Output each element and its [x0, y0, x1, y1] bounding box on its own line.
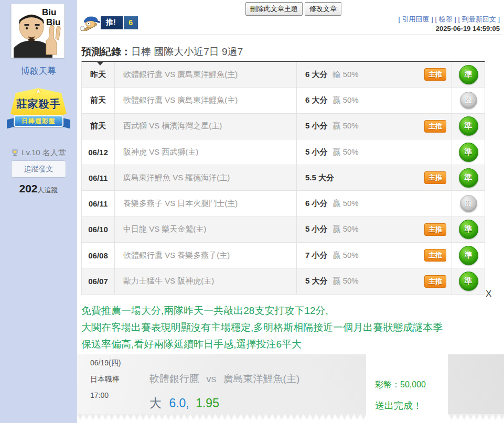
- bet-pick: 6 大分: [305, 70, 328, 80]
- row-date: 昨天: [82, 62, 115, 87]
- followers-count: 202: [19, 182, 37, 194]
- rank-badge: ★ 莊家殺手 日棒運彩盤: [9, 83, 68, 142]
- row-status: 準: [452, 62, 485, 87]
- row-bet: 6 大分 輸 50% 主推: [297, 62, 452, 87]
- trophy-icon: [11, 149, 19, 157]
- advice-text: 免費推薦一場大分,兩隊昨天一共敲出28支安打攻下12分, 大関在客場出賽表現明顯…: [81, 302, 501, 353]
- row-match: 西武獅 VS 橫濱海灣之星(主): [115, 114, 297, 139]
- ticket-bet: 大 6.0, 1.95: [149, 395, 219, 411]
- bet-pick: 6 小分: [305, 199, 328, 209]
- row-match: 養樂多燕子 VS 日本火腿鬥士(主): [115, 191, 297, 216]
- bet-pick: 5 大分: [305, 276, 328, 286]
- status-badge: 準: [459, 65, 478, 84]
- close-button[interactable]: X: [486, 289, 491, 299]
- badge-banner: 日棒運彩盤: [14, 115, 63, 127]
- table-row: 06/10 中日龍 VS 樂天金鷲(主) 5 小分 贏 50% 主推 準: [82, 217, 485, 243]
- row-bet: 5 小分 贏 50% 主推: [297, 114, 452, 139]
- coins-label: 彩幣：50,000: [375, 379, 426, 391]
- ticket-date: 06/19(四): [90, 359, 121, 368]
- record-title-text: 日棒 國際大小近7日 9過7: [131, 46, 243, 57]
- record-title: 預測紀錄：日棒 國際大小近7日 9過7: [81, 45, 243, 59]
- svg-text:Biu: Biu: [42, 7, 56, 17]
- row-status: 準: [452, 114, 485, 139]
- username: 博啟天尊: [0, 65, 77, 77]
- bet-result: 輸 50%: [333, 70, 359, 80]
- main-push-badge: 主推: [424, 249, 446, 262]
- quote-reply-link[interactable]: [ 引用回覆 ]: [398, 15, 433, 23]
- topbar-buttons: 刪除此文章主題 修改文章: [245, 2, 341, 16]
- bet-pick: 5 小分: [305, 147, 328, 157]
- row-date: 06/12: [82, 139, 115, 165]
- page: Biu Biu 博啟天尊 ★ 莊家殺手: [0, 0, 504, 423]
- table-row: 06/12 阪神虎 VS 西武獅(主) 5 小分 贏 50% 準: [82, 139, 485, 165]
- bet-result: 贏 50%: [333, 147, 359, 157]
- main-push-badge: 主推: [424, 120, 446, 133]
- followers-label: 人追蹤: [38, 186, 58, 194]
- bet-ticket: 06/19(四) 日本職棒 17:00 軟體銀行鷹 vs 廣島東洋鯉魚(主) 大…: [77, 354, 504, 414]
- bet-result: 贏 50%: [333, 276, 359, 286]
- bet-odds: 1.95: [196, 396, 219, 410]
- table-row: 昨天 軟體銀行鷹 VS 廣島東洋鯉魚(主) 6 大分 輸 50% 主推 準: [82, 62, 485, 88]
- main-push-badge: 主推: [424, 171, 446, 184]
- ticket-time: 17:00: [90, 391, 109, 399]
- table-row: 06/08 軟體銀行鷹 VS 養樂多燕子(主) 7 小分 贏 50% 主推 準: [82, 243, 485, 268]
- avatar-image: Biu Biu: [12, 4, 64, 58]
- prediction-table: 昨天 軟體銀行鷹 VS 廣島東洋鯉魚(主) 6 大分 輸 50% 主推 準 前天…: [81, 61, 485, 295]
- row-match: 歐力士猛牛 VS 阪神虎(主): [115, 268, 297, 294]
- main-push-badge: 主推: [424, 275, 446, 288]
- row-status: 囧: [452, 191, 485, 216]
- bet-result: 贏 50%: [333, 251, 359, 261]
- push-badge[interactable]: 推! 6: [79, 15, 138, 30]
- row-bet: 5 小分 贏 50%: [297, 139, 452, 165]
- bet-result: 贏 50%: [333, 121, 359, 131]
- report-link[interactable]: [ 檢舉 ]: [435, 15, 456, 23]
- table-row: 前天 軟體銀行鷹 VS 廣島東洋鯉魚(主) 6 大分 贏 50% 囧: [82, 88, 485, 113]
- row-bet: 5.5 大分 主推: [297, 165, 452, 190]
- bet-pick: 7 小分: [305, 251, 328, 261]
- row-status: 準: [452, 268, 485, 294]
- status-badge: 囧: [460, 195, 477, 212]
- row-date: 前天: [82, 114, 115, 139]
- row-bet: 6 大分 贏 50%: [297, 88, 452, 113]
- ticket-match: 軟體銀行鷹 vs 廣島東洋鯉魚(主): [149, 372, 299, 386]
- row-match: 阪神虎 VS 西武獅(主): [115, 139, 297, 165]
- status-badge: 準: [459, 168, 478, 188]
- status-badge: 準: [459, 272, 478, 291]
- star-icon: ★: [9, 88, 68, 95]
- advice-line: 大関在客場出賽表現明顯沒有主場穩定,多明格斯相隔接近一個月出賽狀態成謎本季: [81, 319, 501, 336]
- avatar: Biu Biu: [11, 4, 65, 58]
- bet-result: 贏 50%: [333, 224, 359, 234]
- post-timestamp: 2025-06-19 14:59:05: [436, 25, 500, 32]
- main-push-badge: 主推: [424, 68, 446, 81]
- row-date: 06/11: [82, 191, 115, 216]
- latest-reply-link[interactable]: [ 到最新回文 ]: [458, 15, 500, 23]
- topbar-links: [ 引用回覆 ] [ 檢舉 ] [ 到最新回文 ]: [398, 15, 500, 24]
- bet-pick: 5.5 大分: [305, 173, 334, 183]
- ticket-result-panel: 彩幣：50,000 送出完成！: [366, 354, 448, 423]
- level-label: Lv.10 名人堂: [22, 148, 66, 158]
- row-match: 軟體銀行鷹 VS 廣島東洋鯉魚(主): [115, 62, 297, 87]
- row-status: 準: [452, 165, 485, 190]
- row-date: 06/07: [82, 268, 115, 294]
- row-bet: 6 小分 贏 50%: [297, 191, 452, 216]
- bet-line: 6.0,: [169, 396, 189, 410]
- ticket-league: 日本職棒: [90, 375, 120, 384]
- edit-post-button[interactable]: 修改文章: [305, 2, 341, 16]
- push-count[interactable]: 6: [124, 16, 138, 29]
- delete-post-button[interactable]: 刪除此文章主題: [245, 2, 303, 16]
- row-date: 前天: [82, 88, 115, 113]
- status-badge: 準: [459, 143, 478, 162]
- bet-result: 贏 50%: [333, 199, 359, 209]
- bet-result: 贏 50%: [333, 95, 359, 105]
- submit-status: 送出完成！: [375, 399, 422, 412]
- row-status: 準: [452, 243, 485, 268]
- record-title-label: 預測紀錄：: [81, 46, 131, 57]
- row-date: 06/08: [82, 243, 115, 268]
- bet-type: 大: [149, 396, 162, 410]
- follow-button[interactable]: 追蹤發文: [11, 160, 66, 178]
- level-row: Lv.10 名人堂: [0, 148, 77, 158]
- divider: [79, 35, 502, 35]
- baseball-player-icon: [79, 14, 101, 31]
- bet-pick: 6 大分: [305, 95, 328, 105]
- row-match: 廣島東洋鯉魚 VS 羅德海洋(主): [115, 165, 297, 190]
